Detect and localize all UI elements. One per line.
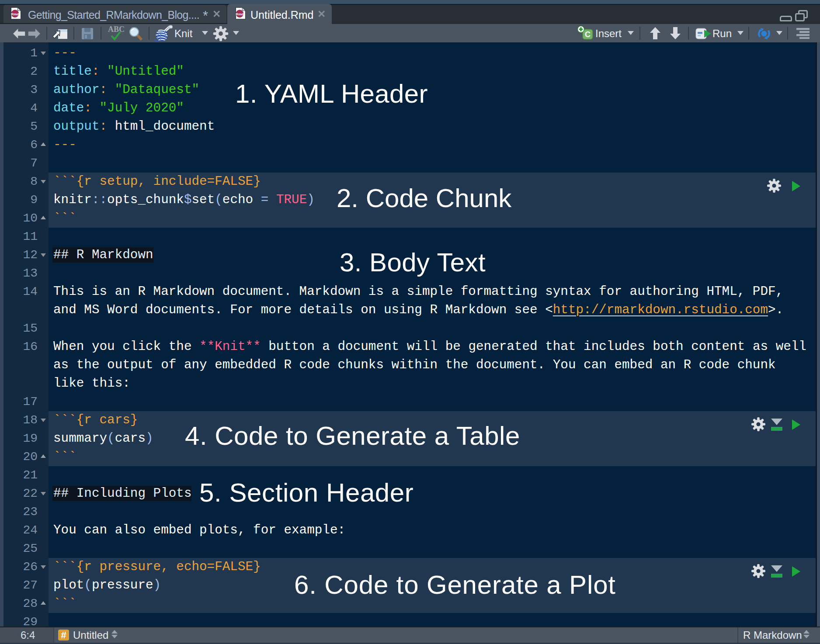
svg-text:Rmd: Rmd	[11, 12, 19, 16]
svg-text:C: C	[585, 30, 591, 39]
svg-text:Rmd: Rmd	[236, 12, 243, 16]
